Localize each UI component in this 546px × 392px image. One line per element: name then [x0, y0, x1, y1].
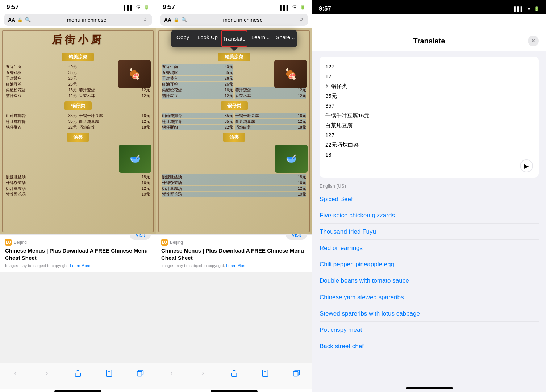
close-button[interactable]: ✕ [528, 36, 539, 46]
menu-cell-sel: 香菜木耳12元 [235, 93, 306, 99]
menu-cell: 巧炖白菜18元 [79, 125, 150, 130]
menu-cell: 什锦杂菜汤16元 [6, 180, 150, 185]
menu-cell-sel: 五香鸡胗35元 [162, 70, 233, 75]
bookmarks-button-2[interactable] [258, 368, 272, 379]
status-icons-1: ▌▌▌ 🔋 [124, 5, 149, 10]
play-button[interactable]: ▶ [520, 159, 533, 172]
aa-label-1[interactable]: AA [8, 17, 15, 23]
menu-cell: 姜汁变蛋12元 [79, 87, 150, 93]
tabs-button-2[interactable] [289, 368, 304, 379]
menu-cell-sel: 紫菜蛋花汤10元 [162, 192, 306, 197]
menu-cell: 干锅千叶豆腐16元 [79, 113, 150, 118]
phone-panel-1: 9:57 ▌▌▌ 🔋 AA 🔒 🔍 menu in chinese 🎙 后街小厨… [0, 0, 156, 392]
mic-icon-1[interactable]: 🎙 [142, 17, 148, 23]
info-title-1: Chinese Menus | Plus Download A FREE Chi… [5, 247, 151, 261]
tabs-button-1[interactable] [133, 368, 147, 379]
search-icon-1: 🔍 [25, 17, 31, 22]
aa-label-2[interactable]: AA [164, 17, 171, 23]
translated-item[interactable]: Back street chef [320, 339, 539, 354]
translated-item[interactable]: Stewed spareribs with lotus cabbage [320, 306, 539, 322]
menu-cell-sel: 茄汁双豆12元 [162, 93, 233, 99]
translated-item[interactable]: Spiced Beef [320, 192, 539, 207]
raw-text-line: 白菜炖豆腐 [325, 120, 533, 130]
copy-button[interactable]: Copy [171, 30, 195, 47]
home-indicator-3 [406, 387, 453, 389]
home-indicator-2 [211, 390, 258, 392]
lookup-button[interactable]: Look Up [195, 30, 220, 47]
source-icon-2: LU [161, 239, 168, 246]
raw-text-line: 》锅仔类 [325, 81, 533, 91]
translated-item[interactable]: Thousand fried Fuyu [320, 224, 539, 240]
info-copyright-2: Images may be subject to copyright. Lear… [161, 263, 307, 268]
menu-rows-5: 山药炖排骨35元 干锅千叶豆腐16元 莲菜炖排骨35元 白菜炖豆腐12元 锅仔酥… [161, 113, 308, 130]
raw-text-block: 12712》锅仔类35元357千锅千叶豆腐16元白菜炖豆腐12722元巧炖白菜1… [320, 57, 539, 178]
battery-icon-1: 🔋 [144, 5, 149, 10]
raw-text-lines: 12712》锅仔类35元357千锅千叶豆腐16元白菜炖豆腐12722元巧炖白菜1… [325, 62, 533, 159]
translate-button[interactable]: Translate [221, 30, 248, 47]
address-bar-2[interactable]: AA 🔒 🔍 menu in chinese 🎙 [160, 14, 308, 26]
menu-rows-6: 酸辣肚丝汤18元 什锦杂菜汤16元 奶汁豆腐汤12元 紫菜蛋花汤10元 [161, 174, 308, 197]
bookmarks-button-1[interactable] [102, 368, 116, 379]
menu-cell: 红油耳丝26元 [6, 82, 77, 87]
section1-header-2: 精美凉菜 [218, 53, 250, 61]
source-icon-1: LU [5, 239, 12, 246]
translated-item[interactable]: Pot crispy meat [320, 322, 539, 338]
info-card-1: LU Beijing Visit Chinese Menus | Plus Do… [0, 234, 156, 272]
forward-button-1[interactable]: › [39, 368, 54, 379]
menu-cell-sel: 锅仔酥肉22元 [162, 125, 233, 130]
menu-cell: 山药炖排骨35元 [6, 113, 77, 118]
toolbar-arrow [230, 47, 238, 51]
translated-item[interactable]: Chili pepper, pineapple egg [320, 257, 539, 272]
menu-cell-sel: 酸辣肚丝汤18元 [162, 174, 306, 180]
info-card-2: LU Beijing Visit Chinese Menus | Plus Do… [156, 234, 312, 272]
menu-cell-sel: 五香牛肉40元 [162, 64, 233, 70]
status-time-2: 9:57 [163, 4, 175, 11]
translate-panel: 9:57 ▌▌▌ 🔋 Translate ✕ 12712》锅仔类35元357千锅… [312, 0, 546, 392]
svg-rect-2 [137, 371, 142, 376]
source-row-2: LU Beijing [161, 239, 307, 246]
translated-item[interactable]: Double beans with tomato sauce [320, 273, 539, 289]
home-indicator-1 [54, 390, 101, 392]
translated-item[interactable]: Five-spice chicken gizzards [320, 208, 539, 224]
url-text-2[interactable]: menu in chinese [189, 17, 296, 23]
bottom-nav-2: ‹ › [156, 363, 312, 389]
menu-cell: 紫菜蛋花汤10元 [6, 192, 150, 197]
section2-header-2: 锅仔类 [221, 101, 248, 110]
mic-icon-2[interactable]: 🎙 [299, 17, 304, 23]
menu-bg-1: 后街小厨 精美凉菜 🍖 五香牛肉40元 五香鸡胗35元 干炸带鱼26元 红油耳丝… [0, 28, 156, 234]
language-label: English (US) [320, 183, 539, 189]
dish-photo-4: 🥣 [275, 145, 308, 173]
source-location-1: Beijing [14, 240, 27, 245]
menu-cell: 锅仔酥肉22元 [6, 125, 77, 130]
toolbar-bubble: Copy Look Up Translate Learn... Share... [171, 30, 297, 47]
lock-icon-1: 🔒 [17, 17, 23, 22]
status-icons-3: ▌▌▌ 🔋 [514, 6, 539, 12]
status-time-1: 9:57 [7, 4, 19, 11]
share-button-1[interactable] [71, 368, 85, 379]
learn-more-link-1[interactable]: Learn More [70, 263, 90, 268]
address-bar-1[interactable]: AA 🔒 🔍 menu in chinese 🎙 [4, 14, 152, 26]
learn-more-link-2[interactable]: Learn More [226, 263, 246, 268]
content-area-1: 后街小厨 精美凉菜 🍖 五香牛肉40元 五香鸡胗35元 干炸带鱼26元 红油耳丝… [0, 28, 156, 363]
share-toolbar-button[interactable]: Share... [273, 30, 297, 47]
translated-item[interactable]: Red oil earrings [320, 241, 539, 256]
raw-text-line: 千锅千叶豆腐16元 [325, 110, 533, 120]
url-text-1[interactable]: menu in chinese [33, 17, 140, 23]
translated-items-list: Spiced BeefFive-spice chicken gizzardsTh… [320, 192, 539, 354]
menu-cell: 茄汁双豆12元 [6, 93, 77, 99]
back-button-1[interactable]: ‹ [8, 368, 23, 379]
source-row-1: LU Beijing [5, 239, 151, 246]
forward-button-2[interactable]: › [196, 368, 210, 379]
menu-cell: 五香牛肉40元 [6, 64, 77, 70]
info-copyright-1: Images may be subject to copyright. Lear… [5, 263, 151, 268]
dish-photo-1: 🍖 [118, 60, 151, 88]
section3-header-1: 汤类 [67, 133, 89, 142]
menu-cell: 奶汁豆腐汤12元 [6, 186, 150, 191]
translated-item[interactable]: Chinese yam stewed spareribs [320, 290, 539, 305]
back-button-2[interactable]: ‹ [164, 368, 179, 379]
toolbar-popup: Copy Look Up Translate Learn... Share... [171, 30, 297, 51]
menu-title-1: 后街小厨 [52, 33, 104, 47]
share-button-2[interactable] [227, 368, 241, 379]
menu-cell: 五香鸡胗35元 [6, 70, 77, 75]
learn-button[interactable]: Learn... [248, 30, 273, 47]
